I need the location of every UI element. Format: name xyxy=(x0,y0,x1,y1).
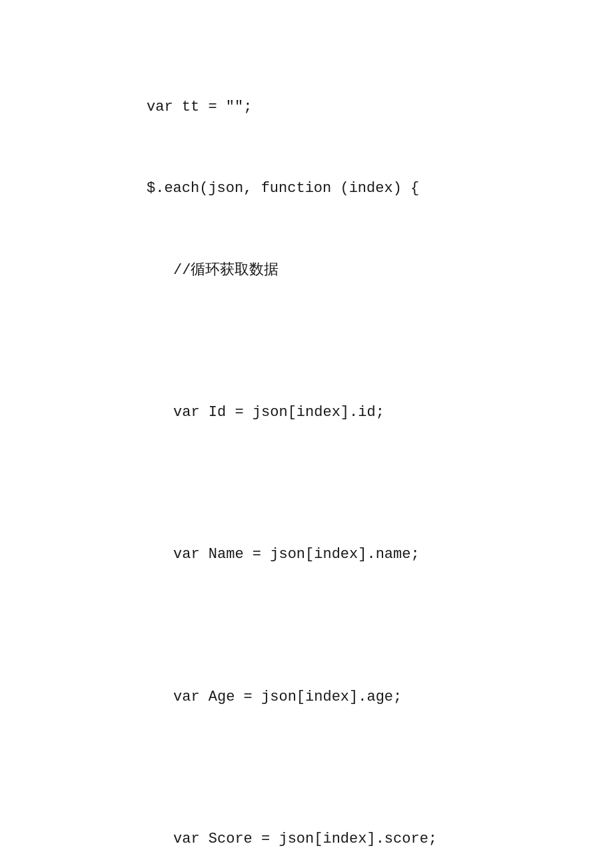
code-line-3: //循环获取数据 xyxy=(27,257,586,285)
code-line-6: var Age = json[index].age; xyxy=(27,684,586,711)
spacer-2 xyxy=(27,481,586,487)
code-line-1: var tt = ""; xyxy=(27,94,586,121)
code-line-7: var Score = json[index].score; xyxy=(27,826,586,853)
spacer-3 xyxy=(27,623,586,629)
code-block: var tt = ""; $.each(json, function (inde… xyxy=(0,27,613,868)
code-line-5: var Name = json[index].name; xyxy=(27,541,586,569)
code-line-4: var Id = json[index].id; xyxy=(27,399,586,427)
spacer-1 xyxy=(27,339,586,345)
spacer-4 xyxy=(27,765,586,772)
code-line-2: $.each(json, function (index) { xyxy=(27,175,586,203)
